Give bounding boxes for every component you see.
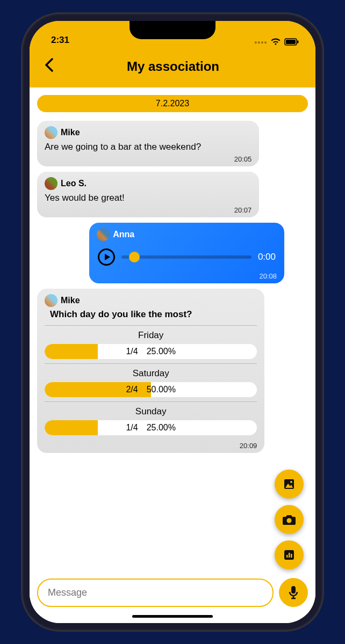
poll-option-label: Sunday <box>45 406 257 417</box>
message-time: 20:08 <box>97 272 277 280</box>
image-icon <box>283 478 296 491</box>
message-text: Yes would be great! <box>45 192 251 204</box>
message-time: 20:05 <box>45 155 251 163</box>
phone-frame: 2:31 ●●●● My association 7.2.2023 Mike A… <box>22 13 323 631</box>
page-title: My association <box>58 59 289 74</box>
svg-point-6 <box>287 518 292 523</box>
sender-name: Mike <box>61 128 80 137</box>
header: My association <box>30 48 315 87</box>
message-text: Are we going to a bar at the weekend? <box>45 141 251 153</box>
poll-option-label: Saturday <box>45 368 257 379</box>
audio-slider[interactable] <box>121 255 251 259</box>
poll-option-label: Friday <box>45 330 257 341</box>
avatar <box>97 228 110 241</box>
poll-votes: 2/4 <box>126 385 138 394</box>
avatar <box>45 294 58 307</box>
avatar <box>45 126 58 139</box>
poll-pct: 25.00% <box>147 347 176 356</box>
message-input[interactable] <box>37 579 274 607</box>
slider-thumb[interactable] <box>129 252 140 262</box>
message-poll: Mike Which day do you like the most? Fri… <box>37 289 264 453</box>
sender-name: Anna <box>113 230 134 239</box>
bar-chart-icon <box>283 549 295 561</box>
camera-icon <box>282 514 296 525</box>
poll-button[interactable] <box>275 540 304 569</box>
poll-option-friday[interactable]: Friday 1/4 25.00% <box>45 325 257 363</box>
camera-button[interactable] <box>275 505 304 534</box>
mic-icon <box>288 586 299 599</box>
chat-body[interactable]: 7.2.2023 Mike Are we going to a bar at t… <box>30 87 315 572</box>
gallery-button[interactable] <box>275 470 304 499</box>
poll-option-saturday[interactable]: Saturday 2/4 50.00% <box>45 363 257 401</box>
poll-pct: 25.00% <box>147 423 176 433</box>
message-mike-1: Mike Are we going to a bar at the weeken… <box>37 121 259 166</box>
status-time: 2:31 <box>51 35 69 46</box>
audio-time: 0:00 <box>258 252 276 262</box>
phone-screen: 2:31 ●●●● My association 7.2.2023 Mike A… <box>30 21 315 623</box>
sender-name: Leo S. <box>61 179 87 188</box>
date-badge: 7.2.2023 <box>37 95 308 112</box>
svg-point-5 <box>290 481 292 483</box>
home-indicator[interactable] <box>132 615 213 618</box>
message-leo: Leo S. Yes would be great! 20:07 <box>37 172 259 217</box>
message-time: 20:07 <box>45 206 251 214</box>
poll-votes: 1/4 <box>126 423 138 433</box>
message-anna-audio: Anna 0:00 20:08 <box>89 223 284 283</box>
status-icons: ●●●● <box>254 38 299 46</box>
poll-option-sunday[interactable]: Sunday 1/4 25.00% <box>45 401 257 440</box>
svg-rect-8 <box>286 555 288 558</box>
battery-icon <box>284 38 299 46</box>
svg-rect-10 <box>291 554 292 558</box>
fab-column <box>275 470 304 569</box>
message-time: 20:09 <box>45 442 257 450</box>
svg-rect-9 <box>289 553 290 558</box>
svg-rect-2 <box>297 41 299 43</box>
sender-name: Mike <box>61 296 80 305</box>
poll-question: Which day do you like the most? <box>50 309 257 320</box>
poll-pct: 50.00% <box>147 385 176 394</box>
wifi-icon <box>270 38 281 46</box>
chevron-left-icon <box>45 58 53 72</box>
back-button[interactable] <box>40 57 58 76</box>
poll-votes: 1/4 <box>126 347 138 356</box>
svg-rect-1 <box>286 40 296 44</box>
avatar <box>45 177 58 190</box>
play-button[interactable] <box>98 248 115 266</box>
voice-button[interactable] <box>279 578 308 607</box>
more-dots-icon: ●●●● <box>254 39 267 45</box>
svg-rect-11 <box>291 586 296 594</box>
notch <box>130 21 215 39</box>
